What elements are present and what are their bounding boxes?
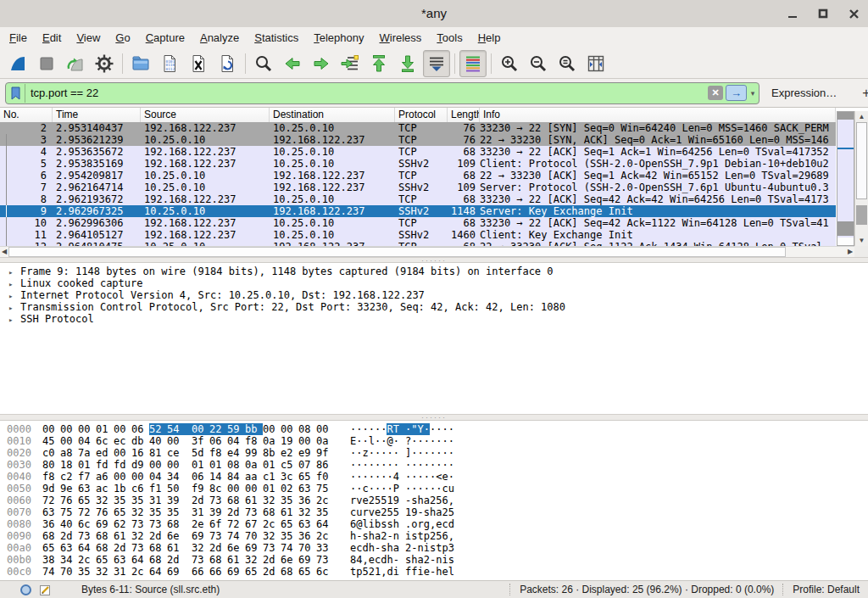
reload-file-button[interactable] [214,50,241,77]
menu-statistics[interactable]: Statistics [247,27,306,49]
hex-row[interactable]: 0040f8c2f7a600000434061484aac13c65f0····… [7,471,868,483]
pane-splitter-top[interactable]: ······ [0,257,868,263]
menu-tools[interactable]: Tools [429,27,470,49]
hex-row[interactable]: 0070637572766532353531392d7368613235curv… [7,506,868,518]
hex-row[interactable]: 00104500046cecdb40003f0604f80a19000aE··l… [7,435,868,447]
go-first-button[interactable] [365,50,392,77]
column-header-no[interactable]: No. [0,108,53,122]
go-back-button[interactable] [279,50,306,77]
vscroll-thumb[interactable] [856,122,867,199]
go-forward-button[interactable] [308,50,335,77]
colorize-button[interactable] [459,50,487,77]
capture-options-button[interactable] [91,50,118,77]
packet-row[interactable]: 32.95362123910.25.0.10192.168.122.237TCP… [0,134,836,146]
hex-byte: 6c [316,566,334,578]
packet-row[interactable]: 82.962193672192.168.122.23710.25.0.10TCP… [0,193,836,205]
menu-capture[interactable]: Capture [138,27,192,49]
hex-row[interactable]: 00000000000100065254002259bb00000800····… [7,423,868,435]
minimize-button[interactable] [783,4,802,23]
packet-row[interactable]: 22.953140437192.168.122.23710.25.0.10TCP… [0,122,836,134]
start-capture-button[interactable] [4,50,31,77]
hex-ascii: E··l··@· ?······· [350,435,454,447]
column-header-destination[interactable]: Destination [270,108,395,122]
hex-row[interactable]: 006072766532353531392d7368613235362crve2… [7,495,868,506]
menu-go[interactable]: Go [108,27,137,49]
column-header-time[interactable]: Time [53,108,141,122]
menu-telephony[interactable]: Telephony [306,27,371,49]
scroll-down-arrow[interactable]: ▼ [855,235,868,246]
intelligent-scrollbar-minimap[interactable] [837,111,854,246]
filter-clear-button[interactable]: ✕ [708,86,723,100]
restart-capture-button[interactable] [62,50,89,77]
go-last-button[interactable] [394,50,421,77]
detail-row[interactable]: ▸Frame 9: 1148 bytes on wire (9184 bits)… [0,265,868,277]
menu-wireless[interactable]: Wireless [372,27,430,49]
menu-file[interactable]: File [2,27,35,49]
zoom-in-button[interactable] [496,50,523,77]
hex-byte: 69 [167,566,192,578]
column-header-source[interactable]: Source [141,108,270,122]
column-header-protocol[interactable]: Protocol [395,108,448,122]
packet-list-vscrollbar[interactable]: ▲ ▼ [854,111,868,246]
filter-bookmark-button[interactable] [6,84,25,103]
expression-button[interactable]: Expression… [771,87,837,99]
find-packet-button[interactable] [250,50,277,77]
packet-row[interactable]: 102.962996306192.168.122.23710.25.0.10TC… [0,217,836,229]
expand-arrow-icon[interactable]: ▸ [8,278,20,290]
menu-analyze[interactable]: Analyze [192,27,247,49]
packet-row[interactable]: 112.964105127192.168.122.23710.25.0.10SS… [0,229,836,241]
hex-row[interactable]: 00b038342c656364682d736861322d6e697384,e… [7,554,868,566]
detail-row[interactable]: ▸Linux cooked capture [0,277,868,289]
maximize-button[interactable] [814,4,832,23]
scroll-up-arrow[interactable]: ▲ [855,111,868,122]
menu-view[interactable]: View [69,27,108,49]
display-filter-input[interactable]: tcp.port == 22 ✕ → ▾ [5,82,760,104]
zoom-out-button[interactable] [525,50,552,77]
detail-row[interactable]: ▸Transmission Control Protocol, Src Port… [0,301,868,313]
resize-columns-button[interactable] [582,50,609,77]
status-profile[interactable]: Profile: Default [793,584,860,595]
hex-row[interactable]: 008036406c69627373682e6f72672c6563646@li… [7,518,868,530]
add-filter-button[interactable]: + [855,86,868,101]
hex-byte: 06 [131,423,149,435]
close-file-button[interactable] [185,50,212,77]
expand-arrow-icon[interactable]: ▸ [8,290,20,302]
detail-row[interactable]: ▸Internet Protocol Version 4, Src: 10.25… [0,289,868,301]
column-header-info[interactable]: Info [480,108,836,122]
hex-row[interactable]: 00a0656364682d736861322d6e6973747033ecdh… [7,542,868,554]
hex-row[interactable]: 0020c0a87aed001681ce5df8e4998be2e99f··z·… [7,447,868,459]
packet-list-header: No.TimeSourceDestinationProtocolLengthIn… [0,108,836,123]
detail-row[interactable]: ▸SSH Protocol [0,313,868,325]
packet-row[interactable]: 42.953635672192.168.122.23710.25.0.10TCP… [0,146,836,158]
save-file-button[interactable]: 010101100112 [156,50,183,77]
stop-capture-button[interactable] [33,50,60,77]
hex-row[interactable]: 0090682d736861322d6e697374703235362ch-sh… [7,530,868,542]
pane-splitter-bottom[interactable]: ······ [0,414,868,421]
expand-arrow-icon[interactable]: ▸ [8,266,20,278]
column-header-length[interactable]: Length [448,108,480,122]
expert-info-button[interactable] [20,584,31,595]
hex-byte: 65 [42,542,60,554]
filter-history-caret[interactable]: ▾ [747,89,759,98]
auto-scroll-button[interactable] [423,50,450,77]
zoom-original-button[interactable] [554,50,581,77]
packet-row[interactable]: 62.95420981710.25.0.10192.168.122.237TCP… [0,170,836,182]
go-to-packet-button[interactable] [337,50,364,77]
packet-row[interactable]: 92.96296732510.25.0.10192.168.122.237SSH… [0,205,836,217]
filter-apply-button[interactable]: → [726,85,747,101]
hex-row[interactable]: 00509d9e63ac1bc6f150f98c000001026375··c·… [7,483,868,495]
menu-edit[interactable]: Edit [35,27,69,49]
open-file-button[interactable] [127,50,154,77]
expand-arrow-icon[interactable]: ▸ [8,302,20,314]
hex-row[interactable]: 00c074703532312c6469666669652d68656ctp52… [7,566,868,578]
cell-src: 10.25.0.10 [141,182,270,193]
cell-info: 33230 → 22 [ACK] Seq=1 Ack=1 Win=64256 L… [480,146,836,158]
capture-comment-icon[interactable] [40,584,51,595]
close-button[interactable] [844,4,863,23]
packet-row[interactable]: 52.953835169192.168.122.23710.25.0.10SSH… [0,158,836,170]
hex-byte: 68 [96,530,114,542]
menu-help[interactable]: Help [470,27,509,49]
expand-arrow-icon[interactable]: ▸ [8,314,20,326]
hex-row[interactable]: 0030801801fdfdd900000101080a01c50786····… [7,459,868,471]
packet-row[interactable]: 72.96216471410.25.0.10192.168.122.237SSH… [0,182,836,193]
